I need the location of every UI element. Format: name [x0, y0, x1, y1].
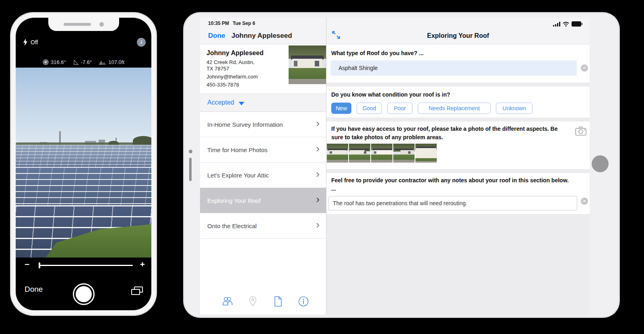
form-title: Exploring Your Roof: [326, 32, 590, 39]
left-nav-bar: 10:35 PM Tue Sep 6 Done Johnny Appleseed: [200, 18, 326, 44]
contact-card: Johnny Appleseed 42 Creek Rd, Austin, TX…: [200, 45, 326, 93]
zoom-in-button[interactable]: +: [140, 260, 145, 269]
camera-done-button[interactable]: Done: [25, 285, 43, 294]
roof-notes-question: Feel free to provide your contractor wit…: [326, 173, 590, 214]
roof-condition-question: Do you know what condition your roof is …: [326, 87, 590, 118]
chevron-right-icon: [316, 193, 320, 206]
notes-input[interactable]: The roof has two penetrations that will …: [328, 196, 577, 210]
document-icon[interactable]: [274, 296, 283, 307]
roof-photo-thumbnail[interactable]: [327, 144, 348, 163]
contact-name: Johnny Appleseed: [206, 49, 264, 57]
viewfinder-sky: [16, 68, 151, 145]
tilt-angle-icon: [73, 60, 79, 65]
battery-icon: [572, 21, 582, 27]
status-bar-left: 10:35 PM Tue Sep 6: [208, 21, 255, 26]
condition-option-good[interactable]: Good: [357, 103, 382, 114]
zoom-slider-row: − +: [16, 259, 151, 273]
clear-notes-button[interactable]: [581, 198, 588, 205]
condition-option-needs-replacement[interactable]: Needs Replacement: [418, 103, 491, 114]
condition-option-poor[interactable]: Poor: [387, 103, 413, 114]
roof-photo-thumbnail[interactable]: [393, 144, 415, 163]
zoom-out-button[interactable]: −: [25, 260, 29, 269]
location-pin-icon[interactable]: [248, 296, 257, 307]
survey-form-panel: Exploring Your Roof: [326, 18, 590, 315]
camera-viewfinder: [16, 68, 151, 258]
zoom-slider-thumb[interactable]: [39, 262, 40, 268]
section-label: Let's Explore Your Attic: [207, 172, 269, 179]
shutter-button[interactable]: [73, 283, 95, 305]
section-row-roof[interactable]: Exploring Your Roof: [200, 188, 326, 213]
house-photo-art: [289, 45, 326, 84]
compass-heading: 316.6°: [51, 59, 66, 65]
contact-address-line2: TX 78757: [206, 66, 229, 72]
zoom-slider-track[interactable]: [39, 265, 133, 266]
nav-title: Johnny Appleseed: [231, 32, 292, 40]
camera-info-button[interactable]: i: [137, 38, 146, 47]
form-nav-bar: Exploring Your Roof: [326, 18, 590, 44]
chevron-down-icon: [239, 102, 244, 105]
solar-panels-far: [16, 145, 151, 167]
status-dropdown-label: Accepted: [207, 99, 234, 106]
photo-stack-front: [131, 289, 140, 295]
roof-type-input[interactable]: Asphalt Shingle: [330, 60, 577, 76]
elevation-mountain-icon: [99, 60, 106, 65]
done-button[interactable]: Done: [208, 32, 225, 40]
flash-bolt-icon: [23, 39, 28, 46]
home-button[interactable]: [592, 155, 609, 172]
condition-options: New Good Poor Needs Replacement Unknown: [331, 103, 533, 114]
flash-state-label: Off: [31, 39, 38, 45]
roof-type-label: What type of Roof do you have? ...: [331, 49, 423, 58]
cellular-signal-icon: [553, 22, 560, 27]
camera-readouts: 316.6° -7.6° 107.0ft: [16, 59, 151, 65]
chevron-right-icon: [316, 168, 320, 180]
survey-section-list: In-Home Survey Information Time for Home…: [200, 112, 326, 239]
contact-phone: 450-335-7878: [206, 82, 239, 88]
section-label: Time for Home Photos: [207, 146, 268, 153]
bezel-bar: [189, 158, 192, 181]
tablet-device: 10:35 PM Tue Sep 6 Done Johnny Appleseed…: [183, 12, 620, 318]
contact-email: Johnny@thefarm.com: [206, 74, 258, 80]
roof-photo-thumbnails: [327, 144, 437, 163]
phone-screen: Off i 316.6° -7.6°: [16, 18, 151, 310]
status-dropdown[interactable]: Accepted: [200, 93, 326, 112]
tree: [133, 136, 151, 146]
status-date: Tue Sep 6: [233, 21, 255, 26]
condition-label: Do you know what condition your roof is …: [331, 91, 450, 99]
clear-roof-type-button[interactable]: [581, 64, 588, 72]
section-row-attic[interactable]: Let's Explore Your Attic: [200, 163, 326, 188]
section-row-home-photos[interactable]: Time for Home Photos: [200, 137, 326, 163]
photos-label: If you have easy access to your roof, pl…: [331, 125, 563, 142]
section-row-electrical[interactable]: Onto the Electrical: [200, 213, 326, 239]
chevron-right-icon: [316, 219, 320, 231]
condition-option-unknown[interactable]: Unknown: [496, 103, 533, 114]
speaker-grille: [64, 23, 91, 26]
section-label: Onto the Electrical: [207, 223, 257, 229]
section-label: Exploring Your Roof: [207, 197, 261, 204]
info-icon[interactable]: [298, 296, 309, 307]
phone-device: Off i 316.6° -7.6°: [10, 12, 157, 316]
section-row-in-home-survey[interactable]: In-Home Survey Information: [200, 112, 326, 137]
roof-photo-thumbnail[interactable]: [349, 144, 370, 163]
photo-stack-button[interactable]: [131, 287, 143, 296]
phone-notch: [48, 18, 119, 31]
bezel-camera-dot: [189, 150, 192, 153]
camera-icon[interactable]: [575, 126, 586, 136]
front-camera-dot: [99, 22, 104, 27]
condition-option-new[interactable]: New: [331, 103, 351, 114]
customer-panel: 10:35 PM Tue Sep 6 Done Johnny Appleseed…: [200, 18, 326, 315]
contacts-icon[interactable]: [222, 296, 233, 306]
flash-button[interactable]: Off: [23, 39, 38, 46]
bottom-toolbar: [200, 290, 326, 315]
section-label: In-Home Survey Information: [207, 121, 283, 128]
roof-photo-thumbnail[interactable]: [371, 144, 392, 163]
status-bar-right: [553, 21, 582, 27]
property-photo: [289, 45, 326, 84]
roof-type-question: What type of Roof do you have? ... Aspha…: [326, 44, 590, 82]
tilt-readout: -7.6°: [81, 59, 92, 65]
chevron-right-icon: [316, 142, 320, 155]
elevation-readout: 107.0ft: [108, 59, 124, 65]
chevron-right-icon: [316, 117, 320, 130]
compass-icon: [43, 59, 49, 65]
contact-address-line1: 42 Creek Rd, Austin,: [206, 59, 254, 65]
roof-photo-thumbnail[interactable]: [415, 144, 437, 163]
